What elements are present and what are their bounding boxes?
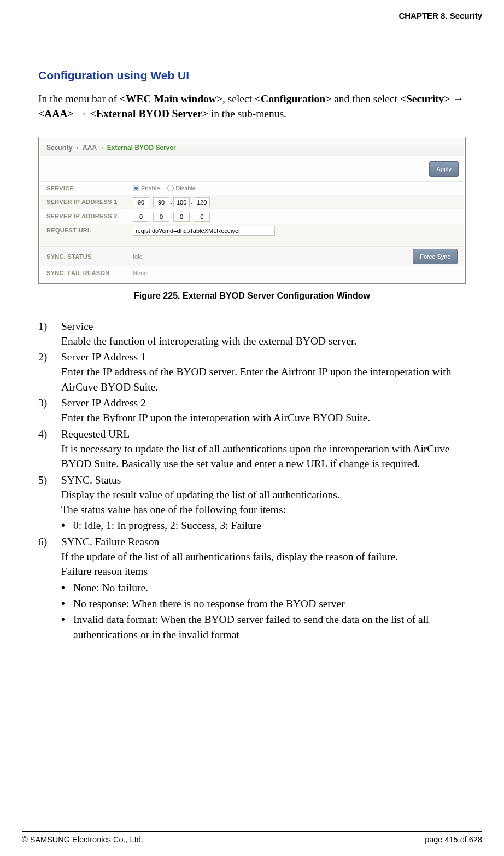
intro-bold: <AAA> [38,108,73,119]
bullet-icon: • [61,518,73,533]
sub-bullet: •None: No failure. [61,580,466,595]
ip1-octet-c[interactable] [173,197,190,207]
intro-bold: <External BYOD Server> [90,108,208,119]
bullet-icon: • [61,612,73,642]
page-footer: © SAMSUNG Electronics Co., Ltd. page 415… [22,831,482,846]
list-number: 2) [38,350,61,394]
separator-row [40,238,464,247]
list-item-desc: Failure reason items [61,564,466,579]
bullet-icon: • [61,596,73,611]
intro-paragraph: In the menu bar of <WEC Main window>, se… [38,91,466,121]
intro-text: In the menu bar of [38,93,120,104]
list-body: Requested URLIt is necessary to update t… [61,427,466,471]
list-item: 5)SYNC. StatusDisplay the result value o… [38,473,466,533]
ip2-octet-d[interactable] [194,212,210,222]
intro-text: and then select [331,93,400,104]
section-title: Configuration using Web UI [38,67,466,84]
service-label: SERVICE [46,184,133,193]
list-body: ServiceEnable the function of interopera… [61,319,466,349]
ip1-octet-a[interactable] [133,197,149,207]
bullet-text: Invalid data format: When the BYOD serve… [73,612,466,642]
radio-disable-label: Disable [175,184,196,193]
numbered-list: 1)ServiceEnable the function of interope… [38,319,466,642]
sync-status-value: Idle [133,252,143,261]
list-item: 4)Requested URLIt is necessary to update… [38,427,466,471]
footer-copyright: © SAMSUNG Electronics Co., Ltd. [22,834,143,846]
sync-fail-label: SYNC. FAIL REASON [46,269,133,278]
footer-page-number: page 415 of 628 [425,834,482,846]
ip-separator: . [171,212,172,221]
figure-caption: Figure 225. External BYOD Server Configu… [38,289,466,302]
list-number: 6) [38,534,61,642]
list-item-title: Requested URL [61,427,466,441]
list-item-title: SYNC. Failure Reason [61,534,466,549]
intro-text: in the sub-menus. [208,108,286,119]
list-body: Server IP Address 1Enter the IP address … [61,350,466,394]
sync-fail-value: None [133,269,147,278]
ip-separator: . [191,212,192,221]
intro-bold: <WEC Main window> [120,93,222,104]
ip1-label: SERVER IP ADDRESS 1 [46,197,133,207]
list-number: 1) [38,319,61,349]
figure-screenshot: Security › AAA › External BYOD Server Ap… [38,137,466,284]
bullet-text: 0: Idle, 1: In progress, 2: Success, 3: … [73,518,466,533]
list-item-title: Server IP Address 2 [61,395,466,410]
bullet-text: None: No failure. [73,580,466,595]
url-label: REQUEST URL [46,226,133,235]
breadcrumb-item: AAA [83,144,97,152]
list-item: 1)ServiceEnable the function of interope… [38,319,466,349]
intro-text: , select [222,93,255,104]
breadcrumb-current: External BYOD Server [107,144,176,152]
list-number: 4) [38,427,61,471]
ip1-octet-b[interactable] [153,197,169,207]
radio-disable[interactable] [167,185,174,191]
list-item-desc: Enable the function of interoperating wi… [61,334,466,348]
list-item: 2)Server IP Address 1Enter the IP addres… [38,350,466,394]
ip2-octet-c[interactable] [173,212,190,222]
list-body: Server IP Address 2Enter the Byfront IP … [61,395,466,426]
page-header: CHAPTER 8. Security [22,10,482,24]
list-item-title: SYNC. Status [61,473,466,487]
arrow-icon: → [450,92,464,104]
ip-separator: . [150,212,152,221]
list-number: 3) [38,395,61,426]
breadcrumb-item: Security [46,144,72,152]
list-item-desc: The status value has one of the followin… [61,502,466,517]
bullet-icon: • [61,580,73,595]
chevron-right-icon: › [77,144,79,152]
list-item-desc: Display the result value of updating the… [61,487,466,502]
radio-enable[interactable] [133,185,139,191]
url-input[interactable] [133,226,275,236]
list-item-desc: Enter the IP address of the BYOD server.… [61,364,466,394]
ip-separator: . [150,197,152,207]
ip-separator: . [171,197,172,207]
list-number: 5) [38,473,61,533]
ip2-label: SERVER IP ADDRESS 2 [46,212,133,221]
ip2-octet-b[interactable] [153,212,169,222]
sub-bullet: •0: Idle, 1: In progress, 2: Success, 3:… [61,518,466,533]
ip2-octet-a[interactable] [133,212,149,222]
list-item: 3)Server IP Address 2Enter the Byfront I… [38,395,466,426]
ip-separator: . [191,197,192,207]
bullet-text: No response: When there is no response f… [73,596,466,611]
intro-bold: <Security> [400,93,450,104]
list-item-desc: Enter the Byfront IP upon the interopera… [61,410,466,425]
force-sync-button[interactable]: Force Sync [413,249,458,265]
list-item-title: Service [61,319,466,334]
apply-button[interactable]: Apply [429,161,459,177]
sync-status-label: SYNC. STATUS [46,252,133,261]
list-item: 6)SYNC. Failure ReasonIf the update of t… [38,534,466,642]
intro-bold: <Configuration> [255,93,331,104]
list-item-desc: It is necessary to update the list of al… [61,441,466,471]
radio-enable-label: Enable [141,184,160,193]
chevron-right-icon: › [101,144,103,152]
sub-bullet: •No response: When there is no response … [61,596,466,611]
list-item-title: Server IP Address 1 [61,350,466,364]
list-item-desc: If the update of the list of all authent… [61,549,466,564]
list-body: SYNC. StatusDisplay the result value of … [61,473,466,533]
ip1-octet-d[interactable] [194,197,210,207]
breadcrumb: Security › AAA › External BYOD Server [40,138,464,156]
sub-bullet: •Invalid data format: When the BYOD serv… [61,612,466,642]
list-body: SYNC. Failure ReasonIf the update of the… [61,534,466,642]
arrow-icon: → [73,107,90,119]
